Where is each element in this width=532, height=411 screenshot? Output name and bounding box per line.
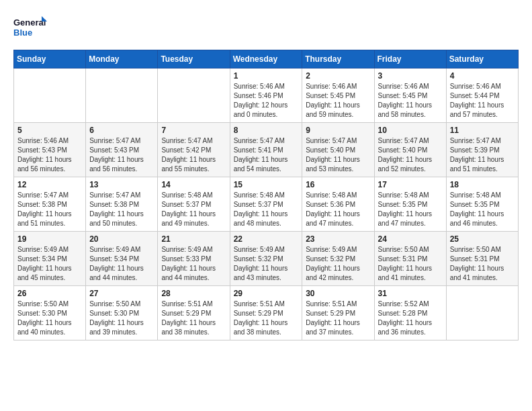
- calendar-body: 1Sunrise: 5:46 AM Sunset: 5:46 PM Daylig…: [14, 68, 519, 340]
- day-info: Sunrise: 5:47 AM Sunset: 5:43 PM Dayligh…: [89, 136, 154, 174]
- calendar-cell: 18Sunrise: 5:48 AM Sunset: 5:35 PM Dayli…: [446, 177, 518, 232]
- calendar-cell: 26Sunrise: 5:50 AM Sunset: 5:30 PM Dayli…: [14, 286, 86, 340]
- day-info: Sunrise: 5:52 AM Sunset: 5:28 PM Dayligh…: [378, 300, 443, 337]
- calendar-cell: 5Sunrise: 5:46 AM Sunset: 5:43 PM Daylig…: [14, 123, 86, 177]
- day-info: Sunrise: 5:47 AM Sunset: 5:39 PM Dayligh…: [450, 136, 515, 174]
- day-info: Sunrise: 5:50 AM Sunset: 5:30 PM Dayligh…: [89, 300, 154, 337]
- calendar-cell: 7Sunrise: 5:47 AM Sunset: 5:42 PM Daylig…: [158, 123, 230, 177]
- day-info: Sunrise: 5:47 AM Sunset: 5:42 PM Dayligh…: [161, 136, 226, 174]
- calendar-cell: 19Sunrise: 5:49 AM Sunset: 5:34 PM Dayli…: [14, 232, 86, 286]
- day-number: 3: [378, 71, 443, 81]
- calendar-table: SundayMondayTuesdayWednesdayThursdayFrid…: [13, 50, 519, 340]
- day-number: 7: [161, 126, 226, 135]
- calendar-cell: 12Sunrise: 5:47 AM Sunset: 5:38 PM Dayli…: [14, 177, 86, 232]
- day-info: Sunrise: 5:49 AM Sunset: 5:32 PM Dayligh…: [234, 245, 299, 283]
- day-number: 16: [306, 180, 370, 189]
- calendar-cell: 11Sunrise: 5:47 AM Sunset: 5:39 PM Dayli…: [446, 123, 518, 177]
- day-info: Sunrise: 5:50 AM Sunset: 5:31 PM Dayligh…: [378, 245, 443, 283]
- day-info: Sunrise: 5:48 AM Sunset: 5:37 PM Dayligh…: [234, 191, 299, 228]
- day-number: 2: [306, 71, 370, 81]
- day-info: Sunrise: 5:49 AM Sunset: 5:33 PM Dayligh…: [161, 245, 226, 283]
- calendar-cell: [446, 286, 518, 340]
- calendar-cell: 27Sunrise: 5:50 AM Sunset: 5:30 PM Dayli…: [86, 286, 158, 340]
- calendar-cell: 8Sunrise: 5:47 AM Sunset: 5:41 PM Daylig…: [230, 123, 302, 177]
- day-number: 14: [161, 180, 226, 189]
- day-info: Sunrise: 5:51 AM Sunset: 5:29 PM Dayligh…: [161, 300, 226, 337]
- day-info: Sunrise: 5:46 AM Sunset: 5:43 PM Dayligh…: [17, 136, 82, 174]
- calendar-cell: 16Sunrise: 5:48 AM Sunset: 5:36 PM Dayli…: [302, 177, 374, 232]
- day-number: 29: [234, 289, 299, 298]
- calendar-cell: 1Sunrise: 5:46 AM Sunset: 5:46 PM Daylig…: [230, 68, 302, 123]
- calendar-day-header: Saturday: [446, 50, 518, 68]
- day-number: 11: [450, 126, 515, 135]
- calendar-header-row: SundayMondayTuesdayWednesdayThursdayFrid…: [14, 50, 519, 68]
- day-info: Sunrise: 5:46 AM Sunset: 5:45 PM Dayligh…: [306, 82, 370, 120]
- day-number: 19: [17, 234, 82, 244]
- calendar-cell: 30Sunrise: 5:51 AM Sunset: 5:29 PM Dayli…: [302, 286, 374, 340]
- calendar-day-header: Friday: [374, 50, 446, 68]
- day-number: 9: [306, 126, 370, 135]
- calendar-cell: [86, 68, 158, 123]
- calendar-cell: 9Sunrise: 5:47 AM Sunset: 5:40 PM Daylig…: [302, 123, 374, 177]
- calendar-cell: 22Sunrise: 5:49 AM Sunset: 5:32 PM Dayli…: [230, 232, 302, 286]
- calendar-cell: 24Sunrise: 5:50 AM Sunset: 5:31 PM Dayli…: [374, 232, 446, 286]
- day-number: 21: [161, 234, 226, 244]
- calendar-day-header: Sunday: [14, 50, 86, 68]
- day-number: 5: [17, 126, 82, 135]
- calendar-cell: 25Sunrise: 5:50 AM Sunset: 5:31 PM Dayli…: [446, 232, 518, 286]
- day-info: Sunrise: 5:46 AM Sunset: 5:45 PM Dayligh…: [378, 82, 443, 120]
- calendar-cell: 10Sunrise: 5:47 AM Sunset: 5:40 PM Dayli…: [374, 123, 446, 177]
- calendar-cell: 4Sunrise: 5:46 AM Sunset: 5:44 PM Daylig…: [446, 68, 518, 123]
- day-number: 4: [450, 71, 515, 81]
- day-info: Sunrise: 5:48 AM Sunset: 5:37 PM Dayligh…: [161, 191, 226, 228]
- day-info: Sunrise: 5:47 AM Sunset: 5:38 PM Dayligh…: [17, 191, 82, 228]
- calendar-cell: 21Sunrise: 5:49 AM Sunset: 5:33 PM Dayli…: [158, 232, 230, 286]
- day-number: 12: [17, 180, 82, 189]
- calendar-cell: 15Sunrise: 5:48 AM Sunset: 5:37 PM Dayli…: [230, 177, 302, 232]
- day-number: 8: [234, 126, 299, 135]
- calendar-cell: 17Sunrise: 5:48 AM Sunset: 5:35 PM Dayli…: [374, 177, 446, 232]
- calendar-cell: 23Sunrise: 5:49 AM Sunset: 5:32 PM Dayli…: [302, 232, 374, 286]
- day-number: 26: [17, 289, 82, 298]
- calendar-day-header: Monday: [86, 50, 158, 68]
- calendar-cell: 2Sunrise: 5:46 AM Sunset: 5:45 PM Daylig…: [302, 68, 374, 123]
- day-number: 28: [161, 289, 226, 298]
- calendar-day-header: Thursday: [302, 50, 374, 68]
- day-number: 15: [234, 180, 299, 189]
- calendar-week-row: 26Sunrise: 5:50 AM Sunset: 5:30 PM Dayli…: [14, 286, 519, 340]
- day-number: 13: [89, 180, 154, 189]
- page-header: General Blue: [13, 13, 519, 43]
- calendar-cell: 6Sunrise: 5:47 AM Sunset: 5:43 PM Daylig…: [86, 123, 158, 177]
- day-number: 18: [450, 180, 515, 189]
- day-number: 10: [378, 126, 443, 135]
- day-number: 31: [378, 289, 443, 298]
- day-info: Sunrise: 5:51 AM Sunset: 5:29 PM Dayligh…: [306, 300, 370, 337]
- calendar-cell: 29Sunrise: 5:51 AM Sunset: 5:29 PM Dayli…: [230, 286, 302, 340]
- day-info: Sunrise: 5:49 AM Sunset: 5:34 PM Dayligh…: [17, 245, 82, 283]
- calendar-cell: [158, 68, 230, 123]
- calendar-week-row: 12Sunrise: 5:47 AM Sunset: 5:38 PM Dayli…: [14, 177, 519, 232]
- day-info: Sunrise: 5:48 AM Sunset: 5:36 PM Dayligh…: [306, 191, 370, 228]
- day-info: Sunrise: 5:46 AM Sunset: 5:44 PM Dayligh…: [450, 82, 515, 120]
- day-number: 22: [234, 234, 299, 244]
- day-info: Sunrise: 5:49 AM Sunset: 5:34 PM Dayligh…: [89, 245, 154, 283]
- day-number: 25: [450, 234, 515, 244]
- day-number: 17: [378, 180, 443, 189]
- day-info: Sunrise: 5:48 AM Sunset: 5:35 PM Dayligh…: [378, 191, 443, 228]
- day-info: Sunrise: 5:49 AM Sunset: 5:32 PM Dayligh…: [306, 245, 370, 283]
- calendar-day-header: Wednesday: [230, 50, 302, 68]
- day-number: 27: [89, 289, 154, 298]
- day-info: Sunrise: 5:46 AM Sunset: 5:46 PM Dayligh…: [234, 82, 299, 120]
- calendar-cell: 14Sunrise: 5:48 AM Sunset: 5:37 PM Dayli…: [158, 177, 230, 232]
- calendar-cell: 20Sunrise: 5:49 AM Sunset: 5:34 PM Dayli…: [86, 232, 158, 286]
- svg-text:General: General: [13, 17, 46, 28]
- logo: General Blue: [13, 13, 47, 43]
- day-number: 30: [306, 289, 370, 298]
- day-info: Sunrise: 5:47 AM Sunset: 5:41 PM Dayligh…: [234, 136, 299, 174]
- day-info: Sunrise: 5:47 AM Sunset: 5:40 PM Dayligh…: [306, 136, 370, 174]
- calendar-cell: [14, 68, 86, 123]
- day-info: Sunrise: 5:50 AM Sunset: 5:31 PM Dayligh…: [450, 245, 515, 283]
- day-info: Sunrise: 5:47 AM Sunset: 5:40 PM Dayligh…: [378, 136, 443, 174]
- calendar-week-row: 19Sunrise: 5:49 AM Sunset: 5:34 PM Dayli…: [14, 232, 519, 286]
- day-info: Sunrise: 5:50 AM Sunset: 5:30 PM Dayligh…: [17, 300, 82, 337]
